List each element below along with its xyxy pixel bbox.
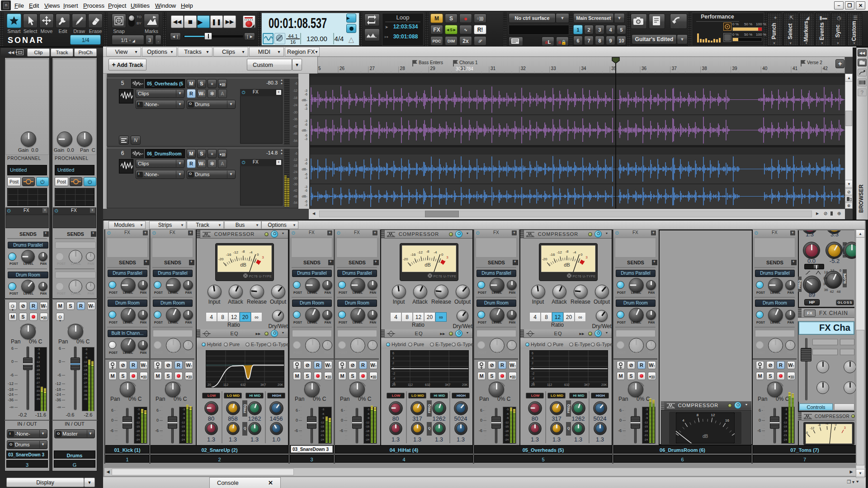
svg-text:-54: -54	[293, 201, 297, 204]
svg-text:-3: -3	[305, 89, 307, 92]
svg-text:-12: -12	[181, 421, 185, 424]
svg-text:dB-: dB-	[302, 128, 308, 132]
svg-text:-6: -6	[305, 189, 307, 192]
svg-text:dB: dB	[240, 262, 246, 267]
svg-text:31: 31	[491, 66, 496, 71]
svg-text:-4: -4	[249, 250, 253, 254]
svg-text:PC76 U-TYPE: PC76 U-TYPE	[573, 275, 595, 278]
svg-text:3K7: 3K7	[260, 383, 266, 386]
svg-text:6: 6	[392, 352, 394, 355]
svg-text:27: 27	[370, 66, 375, 71]
svg-text:-12: -12	[233, 250, 238, 254]
svg-text:-30: -30	[293, 111, 297, 114]
svg-text:8: 8	[697, 413, 699, 417]
svg-text:-6: -6	[295, 152, 297, 155]
svg-text:-3: -3	[305, 158, 307, 161]
svg-text:-9: -9	[137, 417, 140, 419]
svg-text:-21: -21	[320, 434, 324, 436]
svg-text:-4: -4	[532, 377, 534, 380]
svg-text:-15: -15	[783, 425, 787, 428]
svg-text:37: 37	[672, 66, 677, 71]
svg-text:-30: -30	[83, 385, 87, 388]
svg-text:3K7: 3K7	[584, 383, 590, 386]
svg-text:36: 36	[642, 66, 647, 71]
svg-text:dB-: dB-	[302, 98, 308, 102]
svg-text:-36: -36	[36, 394, 40, 396]
svg-text:-27: -27	[83, 381, 87, 384]
svg-text:-6: -6	[785, 413, 788, 415]
svg-text:0: 0	[441, 253, 443, 257]
svg-text:-39: -39	[36, 398, 40, 400]
svg-text:-6: -6	[38, 352, 40, 355]
svg-text:-21: -21	[181, 434, 185, 436]
svg-text:-21: -21	[365, 434, 369, 436]
svg-text:PC76 U-TYPE: PC76 U-TYPE	[434, 275, 456, 278]
svg-text:-3: -3	[183, 408, 185, 411]
svg-text:-8: -8	[818, 424, 821, 427]
svg-text:-18: -18	[36, 369, 40, 371]
svg-text:0: 0	[835, 424, 837, 426]
svg-text:-21: -21	[83, 373, 87, 375]
svg-text:-3: -3	[305, 119, 307, 122]
svg-text:-16: -16	[226, 253, 231, 257]
svg-text:-18: -18	[505, 430, 509, 432]
svg-text:-3: -3	[85, 348, 88, 351]
svg-text:16: 16	[725, 418, 729, 422]
svg-text:-6: -6	[367, 413, 370, 415]
svg-text:-4: -4	[392, 377, 395, 380]
svg-text:-3: -3	[785, 408, 788, 411]
svg-text:-15: -15	[505, 425, 509, 428]
svg-text:41: 41	[793, 66, 798, 71]
svg-text:-36: -36	[293, 117, 297, 121]
svg-text:-12: -12	[83, 361, 87, 363]
svg-text:-6: -6	[322, 413, 325, 415]
svg-text:-18: -18	[783, 430, 787, 432]
svg-text:-3: -3	[305, 176, 307, 179]
svg-text:-18: -18	[365, 430, 369, 432]
svg-text:-15: -15	[181, 425, 185, 428]
svg-text:-20: -20	[218, 257, 224, 261]
svg-text:-9: -9	[506, 417, 509, 419]
svg-text:dB: dB	[564, 262, 570, 267]
svg-text:-12: -12	[293, 89, 297, 92]
svg-text:-9: -9	[367, 417, 370, 419]
svg-text:-24: -24	[293, 103, 297, 107]
svg-text:20: 20	[208, 383, 211, 386]
svg-text:-30: -30	[293, 177, 297, 180]
svg-text:-21: -21	[505, 434, 509, 436]
svg-text:632: 632	[425, 383, 430, 386]
svg-text:-15: -15	[365, 425, 369, 428]
svg-text:32: 32	[521, 66, 526, 71]
svg-text:-18: -18	[181, 430, 185, 432]
svg-text:112: 112	[547, 383, 552, 386]
svg-text:-24: -24	[36, 377, 40, 380]
svg-text:33: 33	[551, 66, 557, 71]
svg-text:3: 3	[262, 255, 264, 259]
svg-text:28: 28	[400, 66, 406, 71]
svg-text:-9: -9	[646, 417, 648, 419]
svg-text:-15: -15	[320, 425, 324, 428]
svg-text:-16: -16	[550, 253, 555, 257]
svg-text:-4: -4	[434, 250, 437, 254]
svg-text:3: 3	[446, 255, 448, 259]
svg-text:-24: -24	[293, 170, 297, 174]
svg-text:-9: -9	[322, 417, 325, 419]
svg-text:-6: -6	[305, 173, 307, 176]
svg-text:-3: -3	[38, 348, 40, 351]
svg-text:-6: -6	[305, 162, 307, 165]
svg-text:-18: -18	[293, 96, 297, 99]
svg-text:20K: 20K	[462, 383, 468, 386]
svg-text:-24: -24	[783, 438, 787, 441]
svg-text:-12: -12	[320, 421, 324, 424]
svg-text:dB-: dB-	[302, 167, 308, 171]
svg-text:dB: dB	[425, 262, 430, 267]
svg-text:-15: -15	[644, 425, 648, 428]
svg-text:-20: -20	[542, 257, 547, 261]
svg-text:-27: -27	[36, 381, 40, 384]
svg-text:-36: -36	[83, 394, 87, 396]
svg-text:632: 632	[564, 383, 570, 386]
svg-text:112: 112	[223, 383, 228, 386]
svg-text:-21: -21	[644, 434, 648, 436]
svg-text:0: 0	[257, 253, 259, 257]
svg-text:-24: -24	[320, 438, 324, 441]
